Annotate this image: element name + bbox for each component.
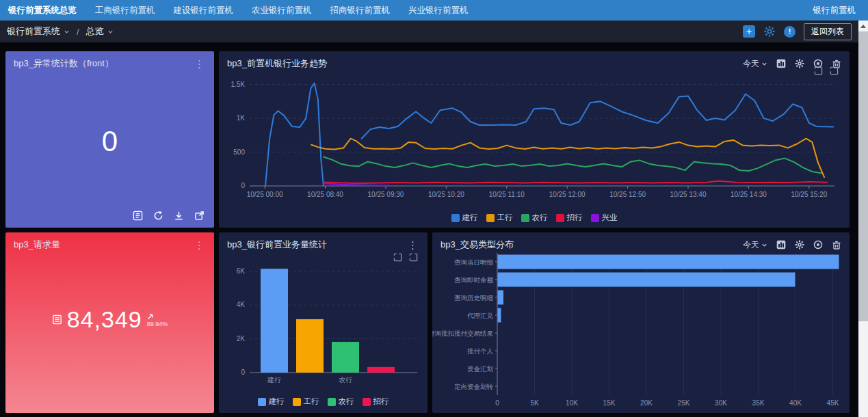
open-external-icon[interactable]: [194, 211, 205, 221]
plus-icon: +: [746, 27, 752, 36]
breadcrumb-system-label: 银行前置系统: [7, 25, 60, 38]
svg-text:35K: 35K: [752, 399, 765, 407]
breadcrumb-bar: 银行前置系统 / 总览 + ! 返回列表: [0, 21, 858, 42]
txn-hbar-chart: 05K10K15K20K25K30K35K40K45K查询当日明细查询即时余额查…: [432, 232, 850, 413]
svg-text:农行: 农行: [339, 376, 352, 384]
svg-text:1K: 1K: [237, 114, 246, 122]
svg-text:10K: 10K: [566, 399, 578, 407]
download-icon[interactable]: [174, 211, 184, 221]
panel-volume-stats: bp3_银行前置业务量统计 ⋮ 02K4K6K建行农行 建行工行农行招行: [219, 232, 428, 413]
nav-tab[interactable]: 工商银行前置机: [95, 5, 155, 16]
request-percent-value: 89.94%: [147, 321, 168, 327]
svg-text:资金汇划: 资金汇划: [467, 365, 493, 373]
legend-item[interactable]: 招行: [556, 213, 583, 223]
legend-item[interactable]: 工行: [293, 396, 319, 407]
svg-text:10/25 15:20: 10/25 15:20: [791, 191, 827, 198]
svg-text:2K: 2K: [237, 335, 246, 342]
trend-legend: 建行工行农行招行兴业: [219, 213, 850, 223]
svg-text:10/25 12:00: 10/25 12:00: [549, 191, 586, 198]
svg-text:20K: 20K: [640, 399, 653, 407]
legend-item[interactable]: 建行: [258, 396, 285, 407]
scrollbar-up-arrow[interactable]: [858, 21, 868, 31]
svg-text:10/25 11:10: 10/25 11:10: [489, 191, 525, 198]
svg-text:10/25 13:40: 10/25 13:40: [670, 191, 707, 198]
add-panel-button[interactable]: +: [743, 25, 755, 38]
svg-text:查询批扣批付交易结果: 查询批扣批付交易结果: [432, 329, 493, 337]
breadcrumb-page-select[interactable]: 总览: [86, 25, 114, 38]
scrollbar-thumb[interactable]: [858, 31, 868, 321]
info-alert-button[interactable]: !: [784, 26, 795, 38]
report-doc-icon[interactable]: [133, 211, 143, 221]
breadcrumb-system-select[interactable]: 银行前置系统: [7, 25, 70, 38]
settings-gear-button[interactable]: [763, 25, 776, 38]
svg-text:10/25 08:40: 10/25 08:40: [307, 191, 343, 198]
svg-text:定向资金划转: 定向资金划转: [454, 383, 494, 390]
svg-text:4K: 4K: [237, 301, 246, 308]
svg-text:10/25 12:50: 10/25 12:50: [609, 191, 646, 198]
trend-line-chart: 05001K1.5K10/25 00:0010/25 08:4010/25 09…: [219, 51, 850, 212]
kebab-menu-icon[interactable]: ⋮: [193, 59, 206, 69]
svg-text:10/25 00:00: 10/25 00:00: [247, 191, 283, 198]
panel-title: bp3_请求量: [14, 239, 193, 251]
svg-text:40K: 40K: [789, 399, 802, 407]
legend-item[interactable]: 兴业: [591, 213, 618, 223]
volume-legend: 建行工行农行招行: [219, 396, 428, 407]
svg-text:10/25 09:30: 10/25 09:30: [368, 191, 404, 198]
panel-front-error-count: bp3_异常统计数（front） ⋮ 0: [5, 51, 214, 228]
breadcrumb-separator: /: [77, 27, 79, 37]
breadcrumb-page-label: 总览: [86, 25, 104, 38]
svg-text:45K: 45K: [827, 399, 839, 407]
list-icon: [52, 314, 62, 325]
svg-text:查询当日明细: 查询当日明细: [454, 258, 493, 266]
svg-text:查询历史明细: 查询历史明细: [454, 294, 493, 301]
panel-transaction-types: bp3_交易类型分布 今天 05K10K15K20K25K30K35K40K45…: [432, 232, 850, 413]
top-nav-right-label: 银行前置机: [813, 5, 868, 16]
front-error-value: 0: [5, 125, 214, 158]
top-nav-tabs: 银行前置系统总览工商银行前置机建设银行前置机农业银行前置机招商银行前置机兴业银行…: [0, 5, 813, 16]
svg-text:查询即时余额: 查询即时余额: [454, 276, 494, 284]
nav-tab[interactable]: 兴业银行前置机: [408, 5, 469, 16]
trend-up-arrow-icon: [147, 314, 153, 320]
refresh-icon[interactable]: [153, 211, 163, 221]
page-scrollbar[interactable]: [858, 21, 868, 417]
svg-text:1.5K: 1.5K: [231, 81, 245, 88]
kebab-menu-icon[interactable]: ⋮: [193, 240, 206, 250]
svg-text:15K: 15K: [603, 399, 616, 407]
chevron-down-icon: [107, 29, 114, 35]
request-count-value: 84,349: [67, 306, 142, 333]
nav-tab[interactable]: 招商银行前置机: [330, 5, 391, 16]
legend-item[interactable]: 农行: [521, 213, 548, 223]
legend-item[interactable]: 农行: [328, 396, 354, 407]
panel-bank-trend: bp3_前置机银行业务趋势 今天 05001K1.5K10/25 00:0010…: [219, 51, 850, 228]
volume-bar-chart: 02K4K6K建行农行: [219, 232, 428, 391]
exclamation-icon: !: [789, 27, 791, 36]
panel-title: bp3_异常统计数（front）: [14, 57, 193, 70]
svg-text:建行: 建行: [267, 376, 281, 384]
svg-text:代理汇兑: 代理汇兑: [467, 312, 494, 319]
svg-text:10/25 10:20: 10/25 10:20: [428, 191, 464, 198]
svg-text:批付个人: 批付个人: [467, 347, 494, 355]
legend-item[interactable]: 工行: [486, 213, 513, 223]
top-nav-bar: 银行前置系统总览工商银行前置机建设银行前置机农业银行前置机招商银行前置机兴业银行…: [0, 0, 868, 21]
svg-text:6K: 6K: [237, 267, 246, 275]
nav-tab[interactable]: 建设银行前置机: [174, 5, 234, 16]
panel-request-count: bp3_请求量 ⋮ 84,349 89.94%: [5, 232, 214, 413]
svg-text:500: 500: [233, 148, 245, 156]
legend-item[interactable]: 招行: [363, 396, 389, 407]
svg-text:0: 0: [241, 182, 245, 189]
nav-tab[interactable]: 银行前置系统总览: [8, 5, 77, 16]
svg-text:10/25 14:30: 10/25 14:30: [731, 191, 767, 198]
svg-text:0: 0: [495, 399, 499, 407]
chevron-down-icon: [64, 29, 70, 35]
back-to-list-button[interactable]: 返回列表: [804, 23, 852, 40]
svg-text:30K: 30K: [715, 399, 727, 407]
svg-text:25K: 25K: [678, 399, 690, 407]
legend-item[interactable]: 建行: [451, 213, 478, 223]
nav-tab[interactable]: 农业银行前置机: [252, 5, 312, 16]
svg-text:5K: 5K: [530, 399, 539, 407]
svg-text:0: 0: [241, 368, 245, 376]
